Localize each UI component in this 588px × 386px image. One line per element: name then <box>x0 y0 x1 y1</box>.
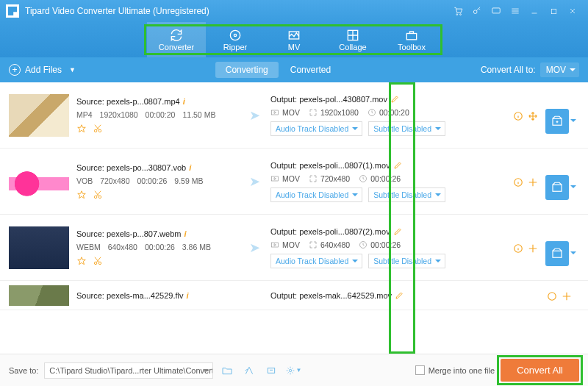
key-icon[interactable] <box>467 1 487 21</box>
audio-track-select[interactable]: Audio Track Disabled <box>270 121 362 136</box>
titlebar: Tipard Video Converter Ultimate (Unregis… <box>0 0 588 22</box>
collage-icon <box>345 28 360 43</box>
nav-label: Converter <box>159 43 194 51</box>
star-icon[interactable] <box>76 256 87 266</box>
open-folder-icon[interactable] <box>219 362 235 379</box>
merge-checkbox[interactable]: Merge into one file <box>415 365 495 375</box>
thumbnail[interactable] <box>9 94 69 137</box>
thumbnail[interactable] <box>9 285 69 306</box>
edit-name-icon[interactable] <box>390 95 399 104</box>
info-circle-icon[interactable] <box>513 177 523 187</box>
subtitle-select[interactable]: Subtitle Disabled <box>368 187 445 202</box>
star-icon[interactable] <box>76 190 87 200</box>
move-icon[interactable] <box>528 243 538 254</box>
plus-icon: + <box>9 64 21 76</box>
menu-icon[interactable] <box>506 1 525 21</box>
cut-icon[interactable] <box>93 124 103 134</box>
toolbox-icon <box>404 28 419 43</box>
cut-icon[interactable] <box>93 256 103 266</box>
gpu-icon[interactable] <box>263 362 279 379</box>
info-icon[interactable]: i <box>189 163 191 172</box>
edit-name-icon[interactable] <box>395 291 404 300</box>
cart-icon[interactable] <box>448 1 467 21</box>
speed-icon[interactable] <box>241 362 257 379</box>
source-size: 3.86 MB <box>182 243 211 251</box>
edit-name-icon[interactable] <box>393 161 402 170</box>
output-resolution: 1920x1080 <box>320 108 359 117</box>
nav-label: MV <box>288 43 301 51</box>
bottom-bar: Save to: C:\Tipard Studio\Tipard...rter … <box>0 354 588 386</box>
tab-converted[interactable]: Converted <box>280 62 341 78</box>
info-circle-icon[interactable] <box>547 291 557 301</box>
maximize-button[interactable] <box>544 1 563 21</box>
source-duration: 00:00:26 <box>137 176 167 185</box>
output-filename: Output: pexels-pol...430807.mov <box>270 95 387 104</box>
close-button[interactable] <box>563 1 582 21</box>
svg-rect-12 <box>272 110 279 115</box>
output-duration: 00:00:26 <box>370 240 401 249</box>
nav-collage[interactable]: Collage <box>323 22 382 57</box>
save-path-select[interactable]: C:\Tipard Studio\Tipard...rter Ultimate\… <box>44 362 213 379</box>
nav-toolbox[interactable]: Toolbox <box>382 22 441 57</box>
convert-all-to: Convert All to: MOV <box>481 62 579 77</box>
svg-point-28 <box>548 292 556 300</box>
subtitle-select[interactable]: Subtitle Disabled <box>368 121 445 136</box>
save-to-label: Save to: <box>9 366 38 375</box>
output-filename: Output: pexels-mak...642529.mov <box>270 291 392 300</box>
feedback-icon[interactable] <box>487 1 506 21</box>
nav-converter[interactable]: Converter <box>147 22 206 57</box>
app-window: Tipard Video Converter Ultimate (Unregis… <box>0 0 588 386</box>
sub-bar: + Add Files ▼ Converting Converted Conve… <box>0 57 588 82</box>
svg-point-6 <box>234 34 236 36</box>
tab-converting[interactable]: Converting <box>215 62 279 78</box>
minimize-button[interactable] <box>525 1 544 21</box>
move-icon[interactable] <box>562 291 572 301</box>
file-row: Source: pexels-ma...42529.flv i Output: … <box>0 281 588 310</box>
star-icon[interactable] <box>76 124 87 134</box>
svg-rect-9 <box>406 34 416 40</box>
edit-profile-button[interactable] <box>545 109 569 134</box>
info-circle-icon[interactable] <box>513 243 523 254</box>
file-row: Source: pexels-p...0807.mp4 i MP4 1920x1… <box>0 82 588 149</box>
edit-name-icon[interactable] <box>393 227 402 236</box>
ripper-icon <box>228 28 243 43</box>
output-format: MOV <box>282 240 300 249</box>
info-icon[interactable]: i <box>183 97 185 106</box>
info-icon[interactable]: i <box>187 291 189 300</box>
svg-point-5 <box>230 30 240 40</box>
output-filename: Output: pexels-poli...0807(1).mov <box>270 161 390 170</box>
nav-ripper[interactable]: Ripper <box>206 22 265 57</box>
settings-icon[interactable]: ▼ <box>285 362 301 379</box>
source-filename: Source: pexels-p...807.webm <box>76 229 181 238</box>
svg-point-30 <box>290 369 293 372</box>
converter-icon <box>169 28 184 43</box>
edit-profile-button[interactable] <box>545 175 569 200</box>
subtitle-select[interactable]: Subtitle Disabled <box>368 254 445 268</box>
audio-track-select[interactable]: Audio Track Disabled <box>270 254 362 268</box>
output-format: MOV <box>282 108 300 117</box>
svg-point-0 <box>456 14 458 15</box>
add-files-button[interactable]: + Add Files ▼ <box>9 64 76 76</box>
arrow-icon: ➤ <box>245 240 263 256</box>
move-icon[interactable] <box>528 111 538 121</box>
thumbnail[interactable] <box>9 160 69 203</box>
edit-profile-button[interactable] <box>545 241 569 266</box>
nav-mv[interactable]: MV <box>265 22 323 57</box>
cut-icon[interactable] <box>93 190 103 200</box>
info-circle-icon[interactable] <box>513 111 523 121</box>
source-size: 9.59 MB <box>174 176 203 185</box>
merge-label: Merge into one file <box>429 366 495 375</box>
output-format-select[interactable]: MOV <box>540 62 579 77</box>
source-resolution: 640x480 <box>108 243 137 251</box>
svg-rect-21 <box>553 185 562 191</box>
source-filename: Source: pexels-po...30807.vob <box>76 163 186 172</box>
move-icon[interactable] <box>528 177 538 187</box>
nav-label: Collage <box>339 43 366 51</box>
thumbnail[interactable] <box>9 226 69 269</box>
arrow-icon: ➤ <box>245 174 263 190</box>
main-nav: Converter Ripper MV Collage Toolbox <box>0 22 588 57</box>
svg-rect-29 <box>268 368 275 373</box>
convert-all-button[interactable]: Convert All <box>501 359 579 382</box>
info-icon[interactable]: i <box>184 229 186 238</box>
audio-track-select[interactable]: Audio Track Disabled <box>270 187 362 202</box>
